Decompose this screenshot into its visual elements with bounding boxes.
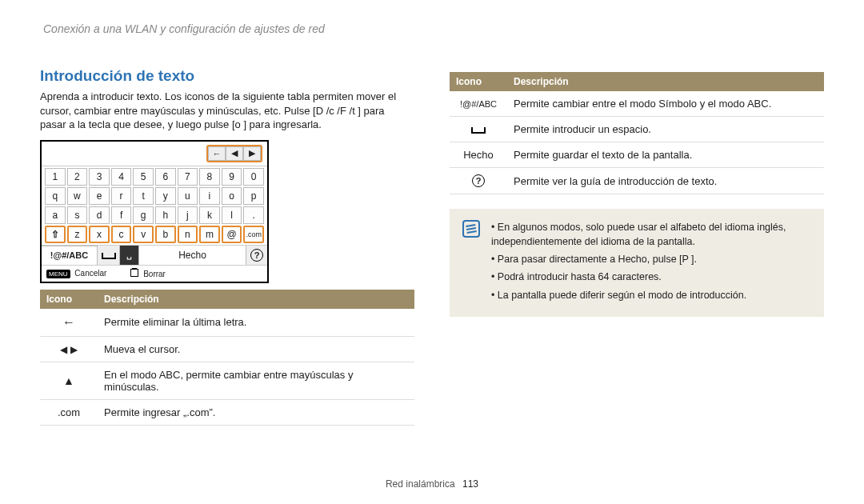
key: i xyxy=(199,187,220,205)
keyboard-bottom-row: !@#/ABC ␣ Hecho ? xyxy=(42,245,267,265)
key: 4 xyxy=(111,168,132,186)
table-row: Mueva el cursor. xyxy=(40,336,414,362)
icon-table-right: Icono Descripción !@#/ABCPermite cambiar… xyxy=(450,72,824,194)
cell-desc: Mueva el cursor. xyxy=(98,336,414,362)
cell-desc: Permite cambiar entre el modo Símbolo y … xyxy=(507,91,824,117)
cell-desc: Permite eliminar la última letra. xyxy=(98,309,414,337)
key: 5 xyxy=(133,168,154,186)
mode-segment: !@#/ABC xyxy=(42,246,98,265)
key: f xyxy=(111,206,132,224)
key: e xyxy=(89,187,110,205)
space-icon xyxy=(471,127,486,134)
footer-label: Red inalámbrica xyxy=(386,478,455,490)
cursor-arrows-icon xyxy=(60,343,77,355)
table-row: Permite introducir un espacio. xyxy=(450,117,824,142)
page-header: Conexión a una WLAN y configuración de a… xyxy=(43,22,824,35)
icon-table-left: Icono Descripción Permite eliminar la úl… xyxy=(40,290,414,426)
key: b xyxy=(155,226,176,243)
intro-line: cursor, cambiar entre mayúsculas y minús… xyxy=(40,105,385,117)
key: g xyxy=(133,206,154,224)
key: x xyxy=(89,226,110,243)
key: d xyxy=(89,206,110,224)
cell-icon: Hecho xyxy=(450,142,507,168)
done-segment: Hecho xyxy=(139,246,246,265)
cell-desc: Permite introducir un espacio. xyxy=(507,117,824,142)
done-icon: Hecho xyxy=(463,149,494,161)
cancel-label: Cancelar xyxy=(74,269,106,278)
keyboard-row: 1234567890 xyxy=(45,168,264,186)
delete-label: Borrar xyxy=(143,270,166,278)
keyboard-rows: 1234567890qwertyuiopasdfghjkl.⇧zxcvbnm@.… xyxy=(42,166,267,245)
cell-desc: Permite ingresar „.com”. xyxy=(98,399,414,425)
key: u xyxy=(178,187,198,205)
cell-desc: Permite guardar el texto de la pantalla. xyxy=(507,142,824,168)
page-number: 113 xyxy=(462,478,478,490)
backspace-icon: ← xyxy=(208,146,226,161)
table-row: Permite eliminar la última letra. xyxy=(40,309,414,337)
key: 6 xyxy=(155,168,176,186)
key: n xyxy=(178,226,198,243)
key: q xyxy=(45,187,66,205)
note-item: • En algunos modos, solo puede usar el a… xyxy=(491,220,811,249)
key: r xyxy=(111,187,132,205)
key: 9 xyxy=(222,168,242,186)
th-icono: Icono xyxy=(450,72,507,91)
th-descripcion: Descripción xyxy=(98,290,414,309)
cell-icon xyxy=(40,336,98,362)
key: . xyxy=(243,206,264,224)
note-item: • Podrá introducir hasta 64 caracteres. xyxy=(491,270,811,284)
cursor-left-icon: ◀ xyxy=(226,146,243,161)
key: v xyxy=(133,226,154,243)
keyboard-footer: MENU Cancelar Borrar xyxy=(42,265,267,282)
note-box: • En algunos modos, solo puede usar el a… xyxy=(450,209,824,317)
cell-desc: Permite ver la guía de introducción de t… xyxy=(507,168,824,194)
key: w xyxy=(67,187,88,205)
note-list: • En algunos modos, solo puede usar el a… xyxy=(491,220,811,306)
th-descripcion: Descripción xyxy=(507,72,824,91)
key: j xyxy=(178,206,198,224)
key: 3 xyxy=(89,168,110,186)
delete-action: Borrar xyxy=(130,269,166,278)
key: m xyxy=(199,226,220,243)
key: 0 xyxy=(243,168,264,186)
table-row: !@#/ABCPermite cambiar entre el modo Sím… xyxy=(450,91,824,117)
space-segment xyxy=(98,246,120,265)
key: y xyxy=(155,187,176,205)
table-row: En el modo ABC, permite cambiar entre ma… xyxy=(40,362,414,399)
key: l xyxy=(222,206,242,224)
key: s xyxy=(67,206,88,224)
nav-group: ← ◀ ▶ xyxy=(206,145,262,162)
key: 7 xyxy=(178,168,198,186)
shift-icon xyxy=(63,375,74,387)
cell-icon: ? xyxy=(450,168,507,194)
table-row: HechoPermite guardar el texto de la pant… xyxy=(450,142,824,168)
content-columns: Introducción de texto Aprenda a introduc… xyxy=(40,67,824,426)
key: a xyxy=(45,206,66,224)
cell-desc: En el modo ABC, permite cambiar entre ma… xyxy=(98,362,414,399)
menu-badge: MENU xyxy=(46,270,70,278)
trash-icon xyxy=(130,269,138,277)
key: h xyxy=(155,206,176,224)
key: 2 xyxy=(67,168,88,186)
cell-icon: !@#/ABC xyxy=(450,91,507,117)
key: t xyxy=(133,187,154,205)
keyboard-row: ⇧zxcvbnm@.com xyxy=(45,226,264,243)
cell-icon: .com xyxy=(40,399,98,425)
key: p xyxy=(243,187,264,205)
keyboard-nav-row: ← ◀ ▶ xyxy=(42,142,267,166)
key: 8 xyxy=(199,168,220,186)
dotcom-icon: .com xyxy=(58,406,80,418)
key: o xyxy=(222,187,242,205)
cancel-action: MENU Cancelar xyxy=(46,269,106,278)
keyboard-row: qwertyuiop xyxy=(45,187,264,205)
key: .com xyxy=(243,226,264,243)
key: 1 xyxy=(45,168,66,186)
mode-abc-icon: !@#/ABC xyxy=(460,99,497,109)
key: c xyxy=(111,226,132,243)
key: z xyxy=(67,226,88,243)
left-column: Introducción de texto Aprenda a introduc… xyxy=(40,67,414,426)
intro-text: Aprenda a introducir texto. Los iconos d… xyxy=(40,90,414,132)
intro-line: pasar a la tecla que desee, y luego puls… xyxy=(40,118,322,130)
page-footer: Red inalámbrica 113 xyxy=(0,478,864,490)
table-row: ?Permite ver la guía de introducción de … xyxy=(450,168,824,194)
